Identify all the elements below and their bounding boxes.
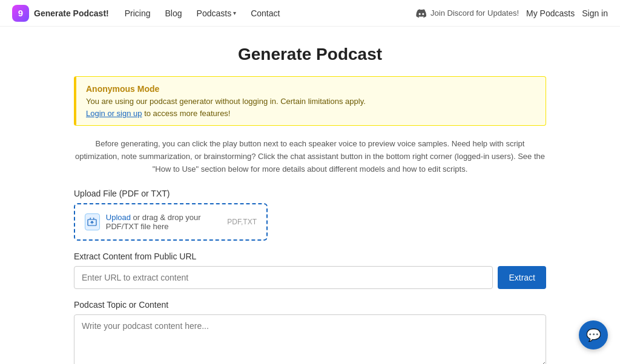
upload-link[interactable]: Upload [106, 213, 131, 222]
chat-fab-button[interactable]: 💬 [579, 320, 608, 349]
nav-link-contact[interactable]: Contact [245, 5, 286, 22]
main-content: Generate Podcast Anonymous Mode You are … [62, 27, 558, 364]
upload-area[interactable]: Upload or drag & drop your PDF/TXT file … [74, 203, 268, 241]
upload-label: Upload File (PDF or TXT) [74, 189, 546, 198]
url-row: Extract [74, 266, 546, 289]
upload-text: Upload or drag & drop your PDF/TXT file … [106, 213, 228, 231]
anon-login-link[interactable]: Login or sign up [86, 109, 142, 118]
anon-title: Anonymous Mode [86, 84, 536, 94]
page-title: Generate Podcast [74, 45, 546, 64]
url-section: Extract Content from Public URL Extract [74, 252, 546, 289]
content-label: Podcast Topic or Content [74, 300, 546, 310]
chat-icon: 💬 [586, 328, 601, 342]
upload-types: PDF,TXT [227, 218, 257, 226]
anon-link-row: Login or sign up to access more features… [86, 108, 536, 118]
anon-desc: You are using our podcast generator with… [86, 97, 536, 106]
navbar: 9 Generate Podcast! Pricing Blog Podcast… [0, 0, 620, 27]
anon-link-suffix: to access more features! [142, 109, 231, 118]
nav-link-podcasts[interactable]: Podcasts ▾ [191, 5, 243, 22]
url-label: Extract Content from Public URL [74, 252, 546, 261]
nav-right: Join Discord for Updates! My Podcasts Si… [416, 8, 608, 18]
upload-section: Upload File (PDF or TXT) Upload or drag … [74, 189, 546, 241]
nav-sign-in[interactable]: Sign in [582, 8, 608, 18]
nav-links: Pricing Blog Podcasts ▾ Contact [119, 5, 416, 22]
discord-label: Join Discord for Updates! [430, 8, 519, 18]
nav-link-blog[interactable]: Blog [159, 5, 188, 22]
anonymous-banner: Anonymous Mode You are using our podcast… [74, 76, 546, 126]
content-textarea[interactable] [74, 314, 546, 364]
nav-link-pricing[interactable]: Pricing [119, 5, 157, 22]
discord-button[interactable]: Join Discord for Updates! [416, 8, 519, 18]
extract-button[interactable]: Extract [498, 266, 546, 289]
podcasts-chevron-icon: ▾ [233, 10, 236, 16]
logo-icon: 9 [12, 5, 29, 22]
logo-text: Generate Podcast! [34, 8, 109, 18]
discord-icon [416, 9, 427, 18]
url-input[interactable] [74, 266, 493, 289]
content-section: Podcast Topic or Content [74, 300, 546, 364]
description-text: Before generating, you can click the pla… [74, 138, 546, 175]
nav-logo[interactable]: 9 Generate Podcast! [12, 5, 109, 22]
upload-icon [85, 213, 100, 230]
upload-left: Upload or drag & drop your PDF/TXT file … [85, 213, 227, 231]
nav-my-podcasts[interactable]: My Podcasts [526, 8, 575, 18]
